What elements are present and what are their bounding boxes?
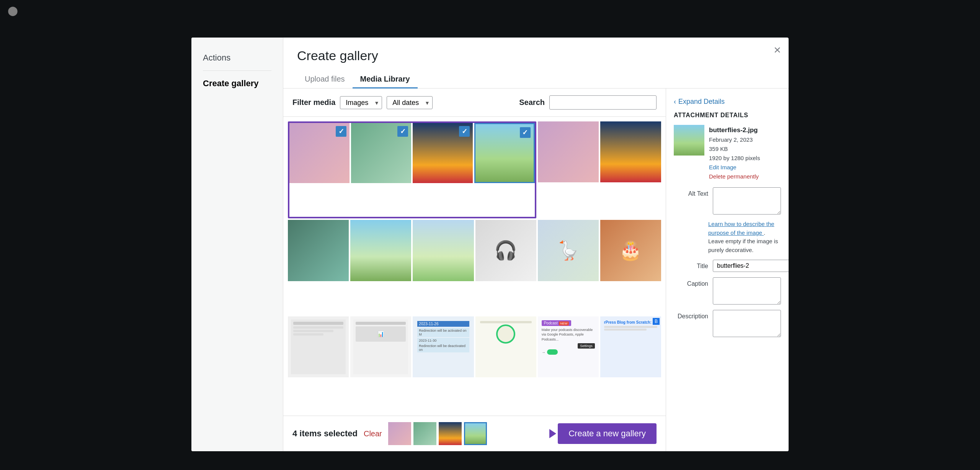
delete-permanently-link[interactable]: Delete permanently <box>709 173 759 180</box>
learn-alt-text-note: Learn how to describe the purpose of the… <box>708 220 781 254</box>
description-row: Description <box>674 310 781 337</box>
modal-sidebar: Actions Create gallery <box>191 38 283 451</box>
edit-image-link[interactable]: Edit Image <box>709 164 737 170</box>
media-item[interactable]: ✓ <box>474 123 534 183</box>
sidebar-divider <box>203 70 271 71</box>
media-item[interactable] <box>350 220 411 281</box>
media-item[interactable]: 📊 <box>350 316 411 377</box>
media-item[interactable] <box>475 316 536 377</box>
media-grid-area: Filter media Images All dates Search <box>283 88 666 451</box>
selected-thumb-butterfly[interactable] <box>464 422 487 445</box>
checkmark-icon: ✓ <box>522 128 528 137</box>
modal-content-area: Filter media Images All dates Search <box>283 88 789 451</box>
media-item[interactable] <box>538 121 599 182</box>
selected-count: 4 items selected <box>292 429 358 439</box>
search-input[interactable] <box>549 95 657 110</box>
media-item[interactable] <box>288 316 349 377</box>
media-grid: ✓ ✓ <box>283 117 666 416</box>
check-overlay: ✓ <box>397 126 408 137</box>
modal-close-button[interactable]: × <box>774 44 781 56</box>
checkmark-icon: ✓ <box>338 127 344 136</box>
title-row: Title butterflies-2 <box>674 260 781 272</box>
selected-thumbnails <box>388 422 487 445</box>
caption-row: Caption <box>674 277 781 305</box>
description-input[interactable] <box>713 310 781 337</box>
tab-bar: Upload files Media Library <box>297 71 775 88</box>
sidebar-item-create-gallery[interactable]: Create gallery <box>191 75 283 92</box>
alt-text-input[interactable] <box>713 187 781 215</box>
caption-input[interactable] <box>713 277 781 305</box>
alt-text-label: Alt Text <box>674 187 708 197</box>
media-item[interactable] <box>600 121 661 182</box>
selected-thumb-daisy[interactable] <box>413 422 436 445</box>
modal-title: Create gallery <box>297 48 775 63</box>
filter-date-select[interactable]: All dates <box>387 96 433 109</box>
check-overlay: ✓ <box>520 127 531 138</box>
modal-header: Create gallery Upload files Media Librar… <box>283 38 789 88</box>
caption-label: Caption <box>674 277 708 287</box>
attachment-details-header: ATTACHMENT DETAILS <box>674 112 781 119</box>
selected-thumb-rose[interactable] <box>388 422 411 445</box>
attachment-preview: butterflies-2.jpg February 2, 2023 359 K… <box>674 125 781 181</box>
selected-thumb-sunset[interactable] <box>439 422 462 445</box>
title-input[interactable]: butterflies-2 <box>713 260 789 272</box>
media-item[interactable]: ✓ <box>289 123 350 183</box>
check-overlay: ✓ <box>459 126 470 137</box>
clear-selection-link[interactable]: Clear <box>364 429 382 438</box>
selection-group: ✓ ✓ <box>288 121 536 218</box>
attachment-meta: butterflies-2.jpg February 2, 2023 359 K… <box>709 125 760 181</box>
create-gallery-modal: Actions Create gallery Create gallery Up… <box>191 38 789 451</box>
modal-footer: 4 items selected Clear Create a new gall… <box>283 416 666 451</box>
filter-date-wrapper: All dates <box>387 96 433 109</box>
check-overlay: ✓ <box>336 126 346 137</box>
description-label: Description <box>674 310 708 320</box>
media-item[interactable] <box>413 220 474 281</box>
media-item[interactable]: B rPress Blog from Scratch: A <box>600 316 661 377</box>
alt-text-row: Alt Text <box>674 187 781 215</box>
tab-upload[interactable]: Upload files <box>297 71 353 88</box>
tab-media-library[interactable]: Media Library <box>353 71 418 88</box>
checkmark-icon: ✓ <box>400 127 406 136</box>
media-item[interactable]: ✓ <box>413 123 473 183</box>
media-item[interactable]: 🎂 <box>600 220 661 281</box>
media-item[interactable]: 🎧 <box>475 220 536 281</box>
media-item[interactable]: Podcast NEW Make your podcasts discovera… <box>538 316 599 377</box>
filter-bar: Filter media Images All dates Search <box>283 88 666 117</box>
media-item[interactable] <box>288 220 349 281</box>
modal-main: Create gallery Upload files Media Librar… <box>283 38 789 451</box>
media-item[interactable]: 2023-11-26 Redirection will be activated… <box>413 316 474 377</box>
media-item[interactable]: ✓ <box>351 123 411 183</box>
checkmark-icon: ✓ <box>462 127 467 136</box>
media-item[interactable]: 🪿 <box>538 220 599 281</box>
attachment-details-panel: ‹ Expand Details ATTACHMENT DETAILS butt… <box>666 88 789 451</box>
filter-type-select[interactable]: Images <box>340 96 382 109</box>
filter-media-label: Filter media <box>292 98 335 107</box>
attachment-thumbnail <box>674 125 704 156</box>
title-label: Title <box>674 260 708 270</box>
expand-details-button[interactable]: ‹ Expand Details <box>674 98 725 106</box>
filter-type-wrapper: Images <box>340 96 382 109</box>
search-label: Search <box>519 98 545 107</box>
create-new-gallery-button[interactable]: Create a new gallery <box>558 423 657 444</box>
search-area: Search <box>519 95 657 110</box>
sidebar-item-actions[interactable]: Actions <box>191 49 283 67</box>
